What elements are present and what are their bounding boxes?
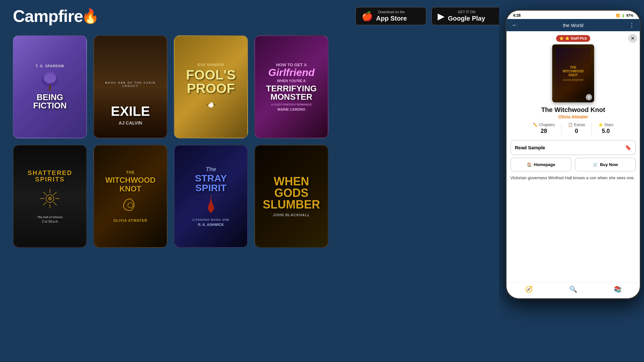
flame-icon: 🔥 [81, 8, 99, 24]
star-icon: ⭐ [559, 36, 564, 41]
svg-line-13 [53, 202, 57, 205]
signal-icon: 📶 [616, 14, 620, 17]
extras-stat: 📋 Extras 0 [568, 123, 585, 135]
chapters-stat: ✏️ Chapters 28 [533, 123, 555, 135]
google-play-pre-text: GET IT ON [448, 10, 485, 14]
book-card-girlfriend[interactable]: HOW TO GET A Girlfriend WHEN YOU'RE A TE… [254, 35, 328, 138]
pencil-icon: ✏️ [533, 123, 538, 127]
chapters-label: Chapters [539, 123, 555, 127]
store-buttons: 🍎 Download on the App Store ▶ GET IT ON … [355, 7, 502, 25]
google-play-button[interactable]: ▶ GET IT ON Google Play [431, 7, 502, 25]
svg-line-15 [43, 202, 46, 205]
phone-bg-battery: 98% [505, 4, 512, 8]
book-cover-stray-spirit: The STRAYSPIRIT LITESONG BOOK ONE R. K. … [175, 145, 247, 247]
staff-pick-badge: ⭐ ⭐ Staff Pick [556, 35, 590, 42]
phone-container: 8:05 📱 98% lone for mind for morized to.… [499, 0, 644, 362]
star-rating-icon: ⭐ [598, 123, 603, 127]
bookshelf-icon[interactable]: 📚 [614, 285, 622, 293]
svg-line-12 [43, 192, 46, 195]
book-cover-fools-proof: EVA SANDOR FOOL'SPROOF [175, 36, 247, 138]
phone-nav-bar: 🧭 🔍 📚 [507, 282, 640, 298]
book-cover-witchwood-knot: THE WITCHWOODKNOT OLIVIA ATWATER [94, 145, 167, 247]
phone-main-mockup: 4:28 📶 🔋 97% ← the World ⋮ ✕ ⭐ ⭐ Staff P… [506, 10, 641, 299]
stars-count: 5.0 [602, 128, 610, 135]
bird-decoration [204, 98, 217, 111]
book-card-when-gods-slumber[interactable]: WHENGODSSLUMBER JOHN BLACKHALL [254, 145, 328, 248]
s-badge: $ [586, 94, 592, 100]
battery-icon: 🔋 [621, 14, 625, 17]
popup-book-title: The Witchwood Knot [541, 106, 605, 114]
book-card-stray-spirit[interactable]: The STRAYSPIRIT LITESONG BOOK ONE R. K. … [174, 145, 248, 248]
svg-point-5 [210, 102, 213, 105]
popup-book-author: Olivia Atwater [558, 114, 588, 119]
stat-divider-2 [592, 123, 592, 135]
spirit-symbol [206, 195, 216, 215]
book-card-being-fiction[interactable]: T. G. SPARROW BEINGFICTION [13, 35, 87, 138]
app-header: ← the World ⋮ [507, 19, 640, 31]
search-nav-icon[interactable]: 🔍 [569, 285, 577, 293]
app-store-text: Download on the App Store [376, 10, 407, 22]
read-sample-label: Read Sample [515, 145, 545, 150]
staff-pick-label: ⭐ Staff Pick [565, 36, 587, 41]
svg-rect-2 [49, 85, 51, 91]
app-store-main-text: App Store [376, 14, 407, 22]
logo: Campfire 🔥 [13, 6, 99, 26]
book-cover-when-gods-slumber: WHENGODSSLUMBER JOHN BLACKHALL [255, 145, 328, 247]
book-card-witchwood-knot[interactable]: THE WITCHWOODKNOT OLIVIA ATWATER [93, 145, 167, 248]
logo-text: Campfire [13, 6, 83, 26]
sun-symbol [39, 187, 61, 210]
popup-stats: ✏️ Chapters 28 📋 Extras 0 [510, 123, 636, 135]
book-cover-shattered-spirits: SHATTEREDSPIRITS [14, 145, 86, 247]
extras-label: Extras [574, 123, 585, 127]
google-play-icon: ▶ [438, 11, 445, 22]
menu-icon[interactable]: ⋮ [629, 22, 635, 29]
extras-count: 0 [575, 128, 578, 135]
phone-bg-status-bar: 8:05 📱 98% [499, 1, 517, 10]
svg-point-3 [44, 74, 56, 83]
popup-description: Victorian governess Winifred Hall knows … [510, 175, 636, 181]
app-header-text: the World [563, 23, 583, 28]
cart-icon: 🛒 [593, 162, 598, 167]
phone-status-bar: 4:28 📶 🔋 97% [507, 11, 640, 19]
battery-percent: 97% [626, 14, 633, 17]
read-sample-button[interactable]: Read Sample 🔖 [510, 140, 636, 155]
stat-divider-1 [561, 123, 562, 135]
bookmark-icon: 🔖 [625, 144, 631, 151]
close-button[interactable]: ✕ [628, 34, 637, 43]
extras-icon: 📋 [568, 123, 573, 127]
homepage-label: Homepage [534, 162, 555, 167]
buy-now-label: Buy Now [600, 162, 618, 167]
book-card-fools-proof[interactable]: EVA SANDOR FOOL'SPROOF [174, 35, 248, 138]
knot-symbol [121, 196, 140, 215]
tree-illustration [39, 70, 61, 93]
google-play-text: GET IT ON Google Play [448, 10, 485, 22]
home-icon: 🏠 [527, 162, 532, 167]
svg-point-16 [128, 203, 133, 208]
popup-book-cover: THEWITCHWOODKNOT OLIVIA ATWATER $ [552, 44, 594, 102]
book-cover-exile: BOOK ONE OF THE CAEIN LEGACY EXILE AJ CA… [94, 36, 167, 138]
book-card-shattered-spirits[interactable]: SHATTEREDSPIRITS [13, 145, 87, 248]
svg-point-7 [48, 197, 52, 200]
book-card-exile[interactable]: BOOK ONE OF THE CAEIN LEGACY EXILE AJ CA… [93, 35, 167, 138]
homepage-button[interactable]: 🏠 Homepage [510, 158, 572, 172]
compass-icon[interactable]: 🧭 [525, 285, 533, 293]
stars-stat: ⭐ Stars 5.0 [598, 123, 613, 135]
app-store-pre-text: Download on the [376, 10, 407, 14]
stars-label: Stars [604, 123, 613, 127]
back-icon[interactable]: ← [512, 22, 517, 29]
book-cover-being-fiction: T. G. SPARROW BEINGFICTION [14, 36, 86, 138]
popup-buttons: Read Sample 🔖 🏠 Homepage 🛒 Buy Now [510, 140, 636, 172]
phone-screen: 4:28 📶 🔋 97% ← the World ⋮ ✕ ⭐ ⭐ Staff P… [507, 11, 640, 298]
apple-icon: 🍎 [362, 11, 373, 22]
chapters-count: 28 [541, 128, 547, 135]
app-store-button[interactable]: 🍎 Download on the App Store [355, 7, 426, 25]
phone-time: 4:28 [513, 13, 521, 18]
svg-line-14 [53, 192, 57, 195]
google-play-main-text: Google Play [448, 14, 485, 22]
action-buttons: 🏠 Homepage 🛒 Buy Now [510, 158, 636, 172]
book-cover-girlfriend: HOW TO GET A Girlfriend WHEN YOU'RE A TE… [255, 36, 328, 138]
book-popup: ✕ ⭐ ⭐ Staff Pick THEWITCHWOODKNOT OLIVIA… [507, 31, 640, 282]
buy-now-button[interactable]: 🛒 Buy Now [575, 158, 636, 172]
